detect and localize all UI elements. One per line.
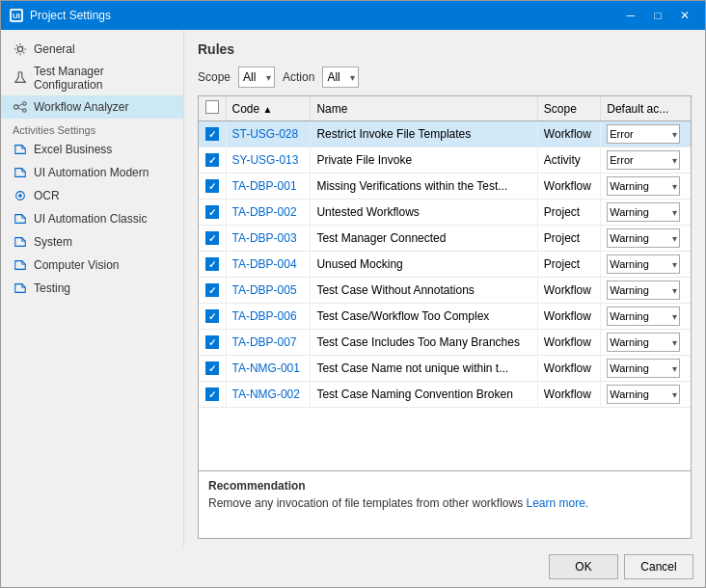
- code-link[interactable]: TA-DBP-001: [232, 179, 297, 193]
- row-name: Private File Invoke: [311, 147, 537, 174]
- row-checkbox[interactable]: [205, 309, 219, 323]
- computer-vision-icon: [13, 257, 28, 273]
- row-action: Warning: [601, 304, 691, 330]
- ui-modern-icon: [13, 165, 28, 180]
- row-action: Warning: [601, 278, 691, 304]
- code-link[interactable]: TA-DBP-002: [232, 205, 297, 219]
- row-checkbox[interactable]: [205, 179, 219, 193]
- code-link[interactable]: TA-DBP-004: [232, 257, 297, 271]
- table-row[interactable]: TA-DBP-006Test Case/Workflow Too Complex…: [199, 304, 691, 330]
- table-row[interactable]: TA-DBP-007Test Case Includes Too Many Br…: [199, 330, 691, 356]
- header-check: [199, 96, 226, 121]
- action-dropdown[interactable]: Error: [607, 150, 680, 170]
- sidebar-item-excel-label: Excel Business: [34, 143, 112, 156]
- row-checkbox[interactable]: [205, 205, 219, 219]
- code-link[interactable]: TA-DBP-003: [232, 231, 297, 245]
- action-dropdown[interactable]: Warning: [607, 333, 680, 352]
- table-row[interactable]: TA-DBP-003Test Manager ConnectedProjectW…: [199, 226, 691, 252]
- table-row[interactable]: TA-DBP-004Unused MockingProjectWarning: [199, 252, 691, 278]
- table-row[interactable]: TA-NMG-001Test Case Name not unique with…: [199, 356, 691, 382]
- action-dropdown[interactable]: Warning: [607, 385, 680, 404]
- table-row[interactable]: TA-DBP-005Test Case Without AnnotationsW…: [199, 278, 691, 304]
- row-action: Warning: [601, 174, 691, 200]
- action-dropdown[interactable]: Error: [607, 124, 680, 144]
- titlebar: UI Project Settings ─ □ ✕: [1, 1, 705, 30]
- svg-marker-19: [15, 215, 26, 224]
- filter-row: Scope All Action All: [198, 67, 692, 88]
- table-row[interactable]: TA-NMG-002Test Case Naming Convention Br…: [199, 382, 691, 408]
- ok-button[interactable]: OK: [549, 554, 618, 579]
- table-row[interactable]: TA-DBP-001Missing Verifications within t…: [199, 174, 691, 200]
- sidebar-item-testing[interactable]: Testing: [1, 277, 183, 300]
- row-checkbox[interactable]: [205, 153, 219, 167]
- svg-marker-25: [15, 261, 26, 270]
- action-dropdown[interactable]: Warning: [607, 281, 680, 300]
- action-select-wrapper: Warning: [607, 202, 680, 222]
- row-checkbox-cell: [199, 304, 226, 330]
- action-dropdown[interactable]: Warning: [607, 307, 680, 326]
- action-select[interactable]: All: [322, 67, 359, 88]
- row-code: TA-DBP-004: [226, 252, 311, 278]
- project-settings-window: UI Project Settings ─ □ ✕ General: [0, 0, 706, 588]
- row-scope: Project: [537, 252, 600, 278]
- sidebar-item-workflow-analyzer[interactable]: Workflow Analyzer: [1, 95, 183, 119]
- sidebar-item-ocr[interactable]: OCR: [1, 184, 183, 207]
- sidebar-item-computer-vision[interactable]: Computer Vision: [1, 254, 183, 277]
- recommendation-text: Remove any invocation of file templates …: [208, 496, 681, 510]
- select-all-checkbox[interactable]: [205, 100, 219, 114]
- minimize-button[interactable]: ─: [618, 3, 643, 28]
- table-row[interactable]: TA-DBP-002Untested WorkflowsProjectWarni…: [199, 200, 691, 226]
- row-checkbox[interactable]: [205, 335, 219, 349]
- row-scope: Workflow: [537, 121, 600, 147]
- scope-select-wrapper: All: [238, 67, 275, 88]
- row-checkbox-cell: [199, 147, 226, 174]
- table-row[interactable]: SY-USG-013Private File InvokeActivityErr…: [199, 147, 691, 174]
- header-action: Default ac...: [601, 96, 691, 121]
- action-dropdown[interactable]: Warning: [607, 254, 680, 274]
- action-dropdown[interactable]: Warning: [607, 359, 680, 378]
- row-name: Test Case Naming Convention Broken: [311, 382, 537, 408]
- sidebar-item-excel[interactable]: Excel Business: [1, 138, 183, 161]
- row-checkbox-cell: [199, 252, 226, 278]
- row-checkbox[interactable]: [205, 388, 219, 401]
- row-checkbox-cell: [199, 330, 226, 356]
- sidebar-item-system-label: System: [34, 235, 72, 249]
- action-select-wrapper: Warning: [607, 307, 680, 326]
- sidebar-item-test-manager[interactable]: Test Manager Configuration: [1, 61, 183, 95]
- sidebar-item-system[interactable]: System: [1, 230, 183, 254]
- action-dropdown[interactable]: Warning: [607, 176, 680, 196]
- close-button[interactable]: ✕: [672, 3, 697, 28]
- row-checkbox[interactable]: [205, 361, 219, 375]
- row-checkbox-cell: [199, 278, 226, 304]
- action-dropdown[interactable]: Warning: [607, 228, 680, 248]
- table-scroll-area[interactable]: Code ▲ Name Scope Default ac... ST-USG-0…: [199, 96, 691, 470]
- sidebar-item-test-manager-label: Test Manager Configuration: [34, 65, 172, 92]
- sidebar-item-general-label: General: [34, 42, 75, 56]
- sidebar-item-ui-classic[interactable]: UI Automation Classic: [1, 207, 183, 230]
- sidebar-item-ui-modern-label: UI Automation Modern: [34, 166, 149, 179]
- footer: OK Cancel: [1, 547, 705, 587]
- code-link[interactable]: TA-NMG-002: [232, 388, 300, 401]
- code-link[interactable]: SY-USG-013: [232, 153, 299, 167]
- row-checkbox[interactable]: [205, 283, 219, 297]
- scope-select[interactable]: All: [238, 67, 275, 88]
- row-checkbox[interactable]: [205, 127, 219, 141]
- learn-more-link[interactable]: Learn more.: [526, 496, 588, 510]
- svg-point-3: [17, 46, 22, 51]
- table-row[interactable]: ST-USG-028Restrict Invoke File Templates…: [199, 121, 691, 147]
- code-link[interactable]: TA-DBP-007: [232, 335, 297, 349]
- svg-point-5: [17, 81, 22, 83]
- code-link[interactable]: TA-NMG-001: [232, 361, 300, 375]
- row-checkbox[interactable]: [205, 257, 219, 271]
- row-code: TA-DBP-006: [226, 304, 311, 330]
- sidebar-item-ui-modern[interactable]: UI Automation Modern: [1, 161, 183, 184]
- sidebar-item-general[interactable]: General: [1, 38, 183, 61]
- maximize-button[interactable]: □: [645, 3, 670, 28]
- code-link[interactable]: TA-DBP-006: [232, 309, 297, 323]
- row-action: Warning: [601, 226, 691, 252]
- action-dropdown[interactable]: Warning: [607, 202, 680, 222]
- cancel-button[interactable]: Cancel: [624, 554, 693, 579]
- code-link[interactable]: TA-DBP-005: [232, 283, 297, 297]
- code-link[interactable]: ST-USG-028: [232, 127, 299, 141]
- row-checkbox[interactable]: [205, 231, 219, 245]
